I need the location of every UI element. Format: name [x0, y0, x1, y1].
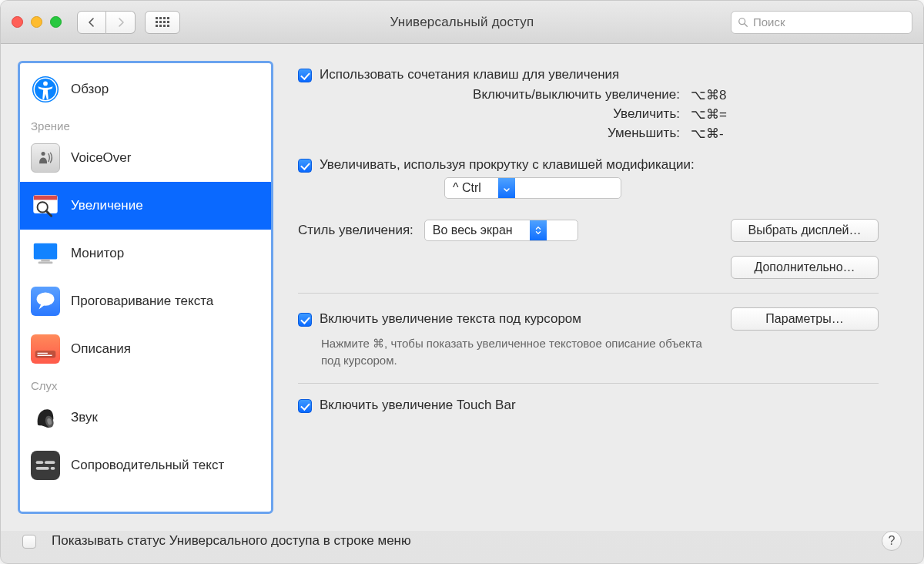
shortcut-value-zoomin: ⌥⌘=	[691, 106, 879, 123]
row-touchbar: Включить увеличение Touch Bar	[298, 398, 879, 413]
sidebar-item-voiceover[interactable]: VoiceOver	[20, 134, 271, 182]
sidebar-item-captions[interactable]: Сопроводительный текст	[20, 441, 271, 489]
options-button[interactable]: Параметры…	[731, 307, 879, 331]
zoom-style-select[interactable]: Во весь экран	[424, 220, 578, 241]
row-scroll-modifier: Увеличивать, используя прокрутку с клави…	[298, 157, 879, 173]
sidebar-item-label: Звук	[71, 410, 98, 425]
window-controls	[12, 16, 62, 28]
footer: Показывать статус Универсального доступа…	[1, 531, 923, 563]
sidebar: Обзор Зрение VoiceOver Увеличение Монито…	[18, 61, 273, 514]
label-hover-text: Включить увеличение текста под курсором	[320, 311, 581, 327]
sidebar-section-hearing: Слух	[20, 373, 271, 394]
svg-rect-16	[38, 355, 52, 356]
divider	[298, 293, 879, 294]
svg-rect-19	[36, 461, 44, 464]
sidebar-item-label: Проговаривание текста	[71, 294, 213, 309]
preferences-window: Универсальный доступ Поиск Обзор Зрение …	[0, 0, 924, 564]
sidebar-item-overview[interactable]: Обзор	[20, 65, 271, 113]
zoom-style-label: Стиль увеличения:	[298, 223, 413, 238]
dropdown-stepper-icon	[530, 220, 547, 240]
sidebar-item-descriptions[interactable]: Описания	[20, 325, 271, 373]
voiceover-icon	[31, 143, 60, 173]
hover-text-hint: Нажмите ⌘, чтобы показать увеличенное те…	[321, 335, 721, 369]
maximize-icon[interactable]	[50, 16, 62, 28]
label-touchbar-zoom: Включить увеличение Touch Bar	[320, 398, 516, 413]
zoom-style-value: Во весь экран	[433, 223, 530, 237]
svg-point-4	[43, 82, 48, 86]
label-scroll-modifier: Увеличивать, используя прокрутку с клави…	[320, 157, 695, 173]
zoom-style-row: Стиль увеличения: Во весь экран Выбрать …	[298, 219, 879, 242]
label-keyboard-shortcuts: Использовать сочетания клавиш для увелич…	[320, 67, 619, 82]
svg-rect-7	[34, 196, 57, 200]
sidebar-item-zoom[interactable]: Увеличение	[20, 182, 271, 230]
search-placeholder: Поиск	[753, 15, 785, 29]
sidebar-item-display[interactable]: Монитор	[20, 230, 271, 277]
sidebar-item-label: Описания	[71, 341, 131, 357]
svg-rect-11	[41, 260, 49, 262]
close-icon[interactable]	[12, 16, 23, 28]
modifier-select[interactable]: ^ Ctrl	[444, 177, 621, 199]
window-body: Обзор Зрение VoiceOver Увеличение Монито…	[1, 44, 923, 531]
svg-rect-12	[38, 261, 53, 264]
minimize-icon[interactable]	[31, 16, 42, 28]
svg-rect-15	[38, 353, 48, 354]
svg-rect-20	[45, 461, 55, 464]
shortcut-label-zoomout: Уменьшить:	[321, 126, 680, 142]
window-title: Универсальный доступ	[390, 15, 534, 30]
svg-rect-21	[36, 467, 49, 470]
checkbox-keyboard-shortcuts[interactable]	[298, 69, 312, 82]
shortcut-label-toggle: Включить/выключить увеличение:	[321, 87, 680, 103]
sidebar-item-label: Сопроводительный текст	[71, 458, 224, 473]
nav-buttons	[77, 11, 136, 34]
dropdown-arrow-icon	[498, 178, 515, 198]
row-hover-text: Включить увеличение текста под курсором …	[298, 307, 879, 331]
svg-rect-14	[35, 351, 56, 358]
shortcut-value-zoomout: ⌥⌘-	[691, 126, 879, 142]
display-icon	[31, 239, 60, 268]
sidebar-section-vision: Зрение	[20, 113, 271, 134]
captions-icon	[31, 451, 60, 480]
audio-icon	[31, 403, 60, 432]
row-keyboard-shortcuts: Использовать сочетания клавиш для увелич…	[298, 67, 879, 82]
search-input[interactable]: Поиск	[731, 11, 912, 34]
sidebar-item-speech[interactable]: Проговаривание текста	[20, 277, 271, 325]
svg-point-5	[42, 152, 45, 156]
search-icon	[738, 17, 748, 28]
content-pane: Использовать сочетания клавиш для увелич…	[286, 61, 906, 514]
divider	[298, 383, 879, 384]
accessibility-icon	[31, 75, 60, 104]
forward-button[interactable]	[106, 11, 136, 34]
choose-display-button[interactable]: Выбрать дисплей…	[731, 219, 879, 242]
label-menubar-status: Показывать статус Универсального доступа…	[52, 533, 411, 549]
svg-line-1	[745, 23, 748, 26]
grid-icon	[156, 17, 169, 27]
back-button[interactable]	[77, 11, 106, 34]
sidebar-item-label: Обзор	[71, 82, 109, 97]
checkbox-menubar-status[interactable]	[22, 535, 36, 549]
advanced-button[interactable]: Дополнительно…	[731, 256, 879, 279]
shortcut-value-toggle: ⌥⌘8	[691, 87, 879, 103]
modifier-select-value: ^ Ctrl	[453, 181, 498, 195]
sidebar-item-audio[interactable]: Звук	[20, 394, 271, 441]
checkbox-hover-text[interactable]	[298, 313, 312, 327]
show-all-button[interactable]	[145, 11, 180, 34]
svg-rect-22	[51, 467, 55, 470]
descriptions-icon	[31, 334, 60, 364]
keyboard-shortcut-list: Включить/выключить увеличение: ⌥⌘8 Увели…	[321, 87, 879, 142]
svg-point-13	[37, 293, 55, 306]
advanced-row: Дополнительно…	[298, 256, 879, 279]
checkbox-scroll-modifier[interactable]	[298, 159, 312, 173]
sidebar-item-label: Монитор	[71, 246, 124, 261]
sidebar-item-label: Увеличение	[71, 198, 143, 213]
modifier-select-row: ^ Ctrl	[444, 177, 879, 199]
help-button[interactable]: ?	[882, 531, 902, 551]
checkbox-touchbar-zoom[interactable]	[298, 399, 312, 413]
speech-icon	[31, 287, 60, 316]
shortcut-label-zoomin: Увеличить:	[321, 106, 680, 123]
sidebar-item-label: VoiceOver	[71, 150, 131, 166]
svg-rect-10	[34, 243, 57, 260]
zoom-icon	[31, 191, 60, 220]
titlebar: Универсальный доступ Поиск	[1, 1, 923, 44]
